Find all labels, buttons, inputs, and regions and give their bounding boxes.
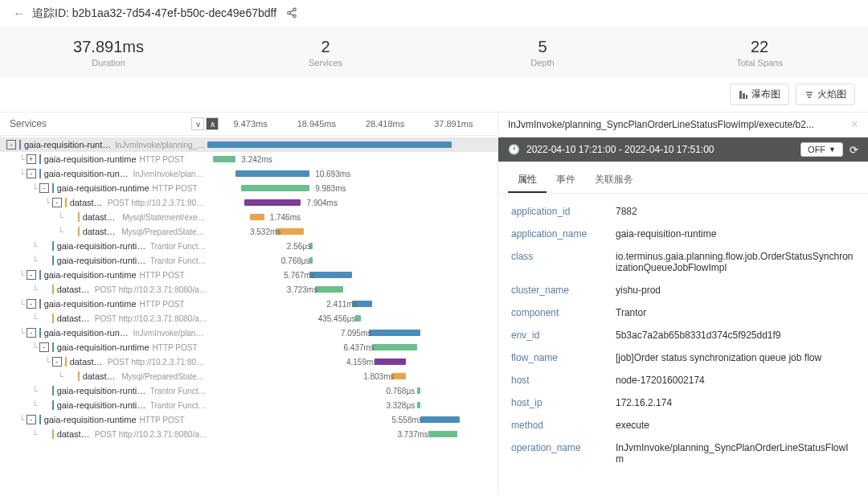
span-row[interactable]: └-gaia-requisition-runtimeInJvmInvoke/pl… [0, 326, 497, 340]
chevron-down-icon: ▼ [829, 145, 836, 154]
span-row[interactable]: └-gaia-requisition-runtimeHTTP POST9.983… [0, 181, 497, 195]
span-row[interactable]: -gaia-requisition-runtimeInJvmInvoke/pla… [0, 137, 497, 152]
tab-0[interactable]: 属性 [508, 168, 547, 193]
span-row[interactable]: └datastorePOST http://10.2.3.71:8080/api… [0, 311, 497, 326]
service-color-marker [19, 140, 21, 150]
span-bar[interactable] [355, 315, 361, 322]
tab-1[interactable]: 事件 [547, 168, 585, 193]
span-row[interactable]: └-datastorePOST http://10.2.3.71:8080/..… [0, 195, 497, 210]
span-service-name: gaia-requisition-runtime [57, 400, 147, 410]
span-row[interactable]: └datastoreMysql/Statement/exec...1.746ms [0, 210, 497, 224]
span-service-name: gaia-requisition-runtime [24, 140, 112, 150]
share-icon[interactable] [286, 7, 297, 21]
span-row[interactable]: └gaia-requisition-runtimeTrantor Functio… [0, 239, 497, 253]
span-bar[interactable] [375, 359, 406, 365]
expand-icon[interactable]: + [27, 154, 36, 164]
collapse-icon[interactable]: - [39, 183, 49, 193]
span-row[interactable]: └-gaia-requisition-runtimeHTTP POST5.558… [0, 412, 497, 427]
property-key: flow_name [511, 352, 616, 363]
span-service-name: gaia-requisition-runtime [57, 183, 149, 193]
collapse-icon[interactable]: - [52, 357, 62, 367]
span-bar[interactable] [369, 330, 420, 336]
span-bar[interactable] [417, 387, 420, 394]
span-row[interactable]: └gaia-requisition-runtimeTrantor Functio… [0, 383, 497, 398]
service-color-marker [39, 270, 41, 280]
span-row[interactable]: └datastorePOST http://10.2.3.71:8080/api… [0, 427, 497, 441]
span-operation: POST http://10.2.3.71:8080/api/... [95, 285, 207, 294]
time-range: 2022-04-10 17:21:00 - 2022-04-10 17:51:0… [526, 144, 714, 155]
span-row[interactable]: └-gaia-requisition-runtimeHTTP POST5.767… [0, 268, 497, 282]
span-service-name: gaia-requisition-runtime [44, 415, 137, 424]
span-row[interactable]: └-gaia-requisition-runtimeHTTP POST2.411… [0, 297, 497, 311]
service-color-marker [52, 400, 54, 410]
collapse-icon[interactable]: - [52, 198, 62, 207]
span-operation: HTTP POST [140, 300, 185, 309]
span-duration-label: 3.737ms [398, 430, 428, 439]
span-bar[interactable] [235, 170, 309, 177]
span-bar[interactable] [241, 185, 309, 191]
span-service-name: datastore [83, 371, 119, 381]
span-row[interactable]: └datastoreMysql/PreparedStatem...1.803ms [0, 369, 497, 383]
span-bar[interactable] [207, 141, 452, 148]
service-color-marker [52, 429, 54, 439]
span-bar[interactable] [309, 272, 352, 278]
collapse-icon[interactable]: - [27, 270, 36, 280]
time-tick: 28.418ms [366, 119, 404, 129]
sort-down-icon[interactable]: ∨ [191, 117, 204, 130]
span-row[interactable]: └-gaia-requisition-runtimeHTTP POST6.437… [0, 340, 497, 354]
span-duration-label: 7.904ms [307, 199, 338, 207]
property-key: component [511, 307, 616, 318]
collapse-icon[interactable]: - [27, 328, 36, 338]
stat-value: 22 [651, 38, 868, 56]
collapse-icon[interactable]: - [27, 415, 36, 424]
service-color-marker [39, 328, 41, 338]
span-row[interactable]: └datastoreMysql/PreparedStatem...3.532ms [0, 224, 497, 239]
flame-view-button[interactable]: 火焰图 [796, 84, 855, 105]
span-duration-label: 2.56μs [287, 242, 311, 251]
collapse-icon[interactable]: - [27, 169, 36, 178]
span-bar[interactable] [417, 402, 420, 408]
span-service-name: gaia-requisition-runtime [44, 154, 137, 164]
span-row[interactable]: └datastorePOST http://10.2.3.71:8080/api… [0, 282, 497, 297]
span-bar[interactable] [372, 344, 417, 350]
collapse-icon[interactable]: - [6, 140, 16, 150]
collapse-icon[interactable]: - [27, 299, 36, 309]
stat-item: 37.891msDuration [0, 38, 217, 68]
span-bar[interactable] [428, 431, 457, 437]
span-operation: Mysql/PreparedStatem... [121, 372, 207, 381]
live-toggle[interactable]: OFF ▼ [800, 142, 843, 157]
span-operation: HTTP POST [153, 184, 198, 193]
service-color-marker [65, 357, 67, 367]
close-icon[interactable]: × [851, 117, 858, 132]
leaf-icon [39, 386, 49, 395]
time-axis: 9.473ms18.945ms28.418ms37.891ms [219, 119, 488, 129]
span-bar[interactable] [250, 214, 264, 220]
property-key: cluster_name [511, 285, 616, 296]
span-bar[interactable] [315, 286, 343, 293]
service-color-marker [78, 227, 80, 236]
property-row: flow_name[job]Order status synchronizati… [498, 346, 868, 369]
span-service-name: gaia-requisition-runtime [44, 328, 130, 338]
span-row[interactable]: └-datastorePOST http://10.2.3.71:8080/..… [0, 354, 497, 369]
span-row[interactable]: └+gaia-requisition-runtimeHTTP POST3.242… [0, 152, 497, 166]
span-bar[interactable] [420, 416, 460, 423]
waterfall-view-button[interactable]: 瀑布图 [730, 84, 789, 105]
span-service-name: datastore [57, 313, 92, 323]
svg-line-4 [290, 13, 293, 14]
back-arrow-icon[interactable]: ← [13, 6, 26, 21]
span-bar[interactable] [213, 156, 235, 162]
time-tick: 9.473ms [233, 119, 267, 129]
span-duration-label: 10.693ms [315, 170, 350, 178]
property-row: application_id7882 [498, 200, 868, 223]
refresh-icon[interactable]: ⟳ [850, 144, 858, 156]
span-row[interactable]: └-gaia-requisition-runtimeInJvmInvoke/pl… [0, 166, 497, 181]
span-operation: HTTP POST [140, 416, 185, 424]
span-row[interactable]: └gaia-requisition-runtimeTrantor Functio… [0, 398, 497, 412]
sort-up-icon[interactable]: ∧ [206, 117, 219, 130]
collapse-icon[interactable]: - [39, 342, 49, 352]
tab-2[interactable]: 关联服务 [585, 168, 643, 193]
span-row[interactable]: └gaia-requisition-runtimeTrantor Functio… [0, 253, 497, 268]
span-bar[interactable] [244, 199, 301, 206]
span-bar[interactable] [309, 257, 313, 264]
stat-value: 2 [217, 38, 434, 56]
